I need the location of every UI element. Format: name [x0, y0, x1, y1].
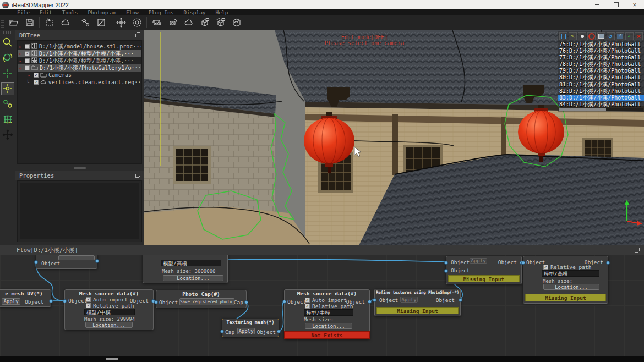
- properties-header[interactable]: Properties: [15, 171, 144, 180]
- checkbox-checked[interactable]: [34, 80, 39, 85]
- auto-import-checkbox[interactable]: Auto import: [86, 297, 128, 303]
- edit-icon[interactable]: [569, 32, 577, 40]
- restore-button[interactable]: [607, 0, 625, 9]
- undo-icon[interactable]: [607, 32, 615, 40]
- cube-camera-icon[interactable]: [197, 16, 212, 30]
- node-photo-cap[interactable]: Photo Cap(#) Object Save registered phot…: [156, 290, 247, 308]
- location-button[interactable]: Location...: [543, 284, 599, 290]
- point-cloud-icon[interactable]: [181, 16, 197, 30]
- panel-splitter[interactable]: [15, 166, 144, 171]
- menu-display[interactable]: Display: [179, 9, 211, 15]
- mesh-grid-icon[interactable]: [1, 113, 14, 126]
- flip-plane-icon[interactable]: [93, 16, 109, 30]
- node-partial-top-left[interactable]: Object: [36, 255, 97, 269]
- relative-path-checkbox[interactable]: Relative path: [543, 264, 591, 270]
- output-port[interactable]: [459, 298, 462, 302]
- node-texturing-mesh[interactable]: Texturing mesh(*) Cap Apply Object: [222, 319, 279, 337]
- input-port[interactable]: [521, 261, 525, 265]
- float-panel-icon[interactable]: [635, 247, 640, 254]
- checkbox-checked[interactable]: [34, 73, 39, 78]
- checkbox-checked[interactable]: [543, 265, 548, 270]
- apply-button[interactable]: Apply: [2, 298, 20, 305]
- menu-help[interactable]: Help: [211, 9, 233, 15]
- photo-list-item[interactable]: 75:D:/1小溪/小溪/PhotoGall: [558, 41, 644, 48]
- expand-arrow-icon[interactable]: [18, 52, 23, 56]
- minimize-button[interactable]: [588, 0, 607, 9]
- help-icon[interactable]: [616, 32, 624, 40]
- menu-tools[interactable]: Tools: [57, 9, 83, 15]
- rotate-orbit-icon[interactable]: [129, 16, 145, 30]
- output-port[interactable]: [606, 261, 610, 265]
- dbtree-header[interactable]: DBTree: [15, 30, 144, 40]
- output-port[interactable]: [49, 299, 53, 303]
- save-album-button[interactable]: Save registered photo album: [179, 298, 234, 305]
- align-point-icon[interactable]: [1, 67, 14, 80]
- cube-align-icon[interactable]: [212, 16, 228, 30]
- photo-list-item[interactable]: 76:D:/1小溪/小溪/PhotoGall: [558, 48, 644, 54]
- tree-item[interactable]: D:/1小溪/小溪/模型/中模/小溪.···: [18, 50, 141, 57]
- input-port[interactable]: [282, 300, 286, 304]
- checkbox-checked[interactable]: [25, 51, 30, 56]
- crop-selection-icon[interactable]: [41, 16, 57, 30]
- flow-canvas[interactable]: Object e mesh UV(*) Apply Object Mesh so…: [0, 255, 644, 356]
- output-port[interactable]: [368, 300, 372, 304]
- move-view-icon[interactable]: [1, 128, 14, 141]
- float-panel-icon[interactable]: [135, 32, 140, 39]
- pause-icon[interactable]: [559, 32, 567, 40]
- checkbox-checked[interactable]: [305, 298, 310, 303]
- photo-list-item-selected[interactable]: 83:D:/1小溪/小溪/PhotoGall: [558, 95, 644, 101]
- photo-list-item[interactable]: 79:D:/1小溪/小溪/PhotoGall: [558, 68, 644, 74]
- checkbox-unchecked[interactable]: [25, 65, 30, 70]
- location-button[interactable]: Location...: [163, 275, 223, 281]
- node-mesh-source-data-1[interactable]: Mesh source data(#) Object Auto import R…: [64, 289, 154, 330]
- node-mesh-uv[interactable]: e mesh UV(*) Apply Object: [0, 289, 51, 307]
- checkbox-checked[interactable]: [86, 303, 91, 308]
- tree-item[interactable]: D:/1小溪/小溪/模型/高模/小溪.···: [18, 57, 141, 64]
- photo-list-item[interactable]: 84:D:/1小溪/小溪/PhotoGall: [558, 101, 644, 108]
- cloud-import-icon[interactable]: [57, 16, 73, 30]
- node-partial-top-right[interactable]: Object Apply Object Object Missing Input: [446, 256, 522, 284]
- input-port[interactable]: [34, 260, 38, 264]
- expand-arrow-icon[interactable]: [18, 59, 23, 63]
- tree-item[interactable]: D:/1小溪/model/house.stl.proc···: [18, 43, 141, 50]
- path-field[interactable]: 模型/中模: [84, 309, 135, 315]
- apply-button-disabled[interactable]: Apply: [400, 297, 418, 303]
- output-port[interactable]: [244, 300, 248, 304]
- input-port[interactable]: [444, 261, 448, 265]
- zoom-icon[interactable]: [1, 36, 14, 49]
- auto-import-checkbox[interactable]: Auto import: [305, 297, 347, 303]
- apply-button[interactable]: [58, 255, 95, 260]
- tree-item[interactable]: └ vertices.clean.extract.reg···: [18, 79, 141, 86]
- path-field[interactable]: 模型/中模: [304, 309, 353, 316]
- tree-item[interactable]: D:/1小溪/小溪/PhotoGallery1/o···: [18, 64, 141, 72]
- apply-button[interactable]: Apply: [237, 328, 255, 334]
- target-icon[interactable]: [587, 32, 596, 40]
- align-sphere-icon[interactable]: [1, 82, 14, 95]
- photo-list-scrollbar[interactable]: [559, 108, 643, 111]
- close-panel-icon[interactable]: [635, 32, 643, 40]
- translate-icon[interactable]: [113, 16, 129, 30]
- output-port[interactable]: [95, 259, 99, 263]
- photo-list-item[interactable]: 80:D:/1小溪/小溪/PhotoGall: [558, 74, 644, 81]
- tree-item[interactable]: Cameras: [18, 72, 141, 79]
- expand-arrow-icon[interactable]: [26, 73, 32, 77]
- register-images-icon[interactable]: [149, 16, 165, 30]
- photo-list-item[interactable]: 77:D:/1小溪/小溪/PhotoGall: [558, 54, 644, 61]
- zoom-fit-icon[interactable]: [1, 51, 14, 64]
- expand-arrow-icon[interactable]: [18, 66, 23, 70]
- input-port[interactable]: [444, 269, 448, 273]
- node-mesh-source-data-2[interactable]: Mesh source data(#) Object Auto import R…: [284, 289, 370, 339]
- location-button[interactable]: Location...: [305, 323, 352, 329]
- save-icon[interactable]: [21, 16, 37, 30]
- repair-tool-icon[interactable]: [77, 16, 93, 30]
- photo-list-item[interactable]: 81:D:/1小溪/小溪/PhotoGall: [558, 81, 644, 88]
- expand-arrow-icon[interactable]: [18, 45, 23, 48]
- apply-button-disabled[interactable]: Apply: [470, 258, 487, 264]
- scrollbar-thumb[interactable]: [559, 108, 606, 111]
- menu-photogram[interactable]: Photogram: [83, 9, 121, 15]
- checkbox-checked[interactable]: [305, 304, 310, 309]
- relative-path-checkbox[interactable]: Relative path: [86, 303, 134, 309]
- node-mesh-source-data-top[interactable]: 模型/高模 Mesh size: 3000000 Location...: [143, 255, 228, 283]
- input-port[interactable]: [373, 298, 376, 302]
- output-port[interactable]: [277, 330, 281, 333]
